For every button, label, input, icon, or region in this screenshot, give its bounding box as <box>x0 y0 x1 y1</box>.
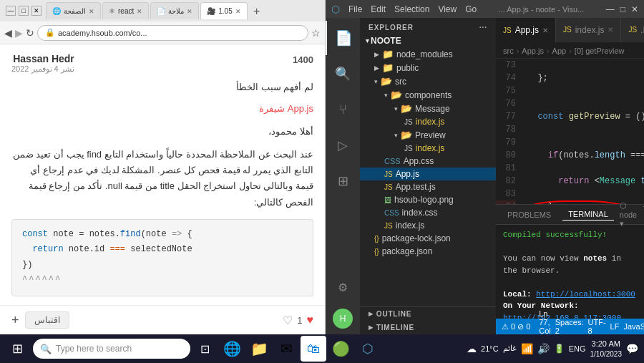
tab-close-appjs[interactable]: ✕ <box>542 26 548 34</box>
start-button[interactable]: ⊞ <box>3 334 31 363</box>
menu-go[interactable]: Go <box>465 4 477 14</box>
search-bar[interactable]: 🔍 Type here to search <box>33 339 190 359</box>
post-body: لم أفهم سبب الخطأ App.js شيفرة أهلا محمو… <box>11 79 313 305</box>
tree-item-preview-index[interactable]: JS index.js <box>360 142 496 155</box>
taskbar-icon-folder[interactable]: 📁 <box>246 336 272 362</box>
browser-tab-2[interactable]: ⚛react✕ <box>102 2 149 19</box>
outline-header[interactable]: ▶ OUTLINE <box>360 307 496 321</box>
address-input[interactable]: 🔒 academy.hsoub.com/co... <box>37 25 308 41</box>
tree-root[interactable]: ▾ NOOTE <box>360 34 496 47</box>
win-min[interactable]: — <box>606 4 615 14</box>
quote-button[interactable]: اقتباس <box>25 311 69 329</box>
file-reference: App.js شيفرة <box>11 101 313 117</box>
taskbar-icon-store[interactable]: 🛍 <box>301 336 326 362</box>
tree-item-package[interactable]: {} package.json <box>360 245 496 258</box>
problems-tab[interactable]: PROBLEMS <box>502 209 557 221</box>
minimize-btn[interactable]: — <box>6 6 16 16</box>
tree-item-message-folder[interactable]: ▾ 📂 Message <box>360 102 496 115</box>
system-tray: ☁ 21°C غائم 📶 🔊 🔋 ENG 3:20 AM 1/10/2023 … <box>464 339 641 358</box>
tree-item-node_modules[interactable]: ▶ 📁 node_modules <box>360 47 496 61</box>
breadcrumb-getpreview[interactable]: [0] getPreview <box>575 47 625 55</box>
tab-close-1[interactable]: ✕ <box>89 8 94 15</box>
menu-file[interactable]: File <box>348 4 362 14</box>
author-name: Hassan Hedr <box>11 53 74 64</box>
explorer-dots[interactable]: ··· <box>479 24 487 32</box>
code-line-4: ^^^^^^ <box>22 273 303 289</box>
taskbar-icon-vscode[interactable]: ⬡ <box>355 336 381 362</box>
breadcrumb-src[interactable]: src <box>503 47 514 55</box>
editor-tab-appjs[interactable]: JS App.js ✕ <box>496 18 556 42</box>
notifications-icon[interactable]: 💬 <box>626 343 638 354</box>
tree-item-public[interactable]: ▶ 📁 public <box>360 61 496 74</box>
tree-item-indexjs[interactable]: JS index.js <box>360 219 496 232</box>
activity-search[interactable]: 🔍 <box>326 57 360 91</box>
new-tab-btn[interactable]: + <box>249 4 265 19</box>
like-button[interactable]: ♥ <box>307 314 314 326</box>
menu-view[interactable]: View <box>438 4 457 14</box>
status-spaces[interactable]: Spaces: 2 <box>555 318 584 334</box>
taskbar-icon-chrome[interactable]: 🟢 <box>328 336 353 362</box>
activity-debug[interactable]: ▷ <box>326 128 360 163</box>
activity-git[interactable]: ⑂ <box>326 92 360 127</box>
network-icon[interactable]: 📶 <box>521 343 533 354</box>
editor-tab-indexjs[interactable]: JS index.js ✕ <box>556 18 621 42</box>
tab-close-4[interactable]: ✕ <box>235 8 241 15</box>
status-language[interactable]: JavaScript <box>623 322 644 331</box>
blog-actions: ♥ 1 ♡ اقتباس + <box>0 305 325 334</box>
weather-text: غائم <box>503 344 517 353</box>
taskbar-icon-mail[interactable]: ✉ <box>273 336 299 362</box>
win-close[interactable]: ✕ <box>631 4 638 14</box>
restore-btn[interactable]: □ <box>19 6 29 16</box>
like-count: 1 <box>297 315 302 326</box>
code-editor: 73747576 77787980 818283 84 85 868788899… <box>496 59 644 204</box>
terminal-tab[interactable]: TERMINAL <box>562 208 614 221</box>
back-btn[interactable]: ◀ <box>4 27 12 39</box>
menu-selection[interactable]: Selection <box>394 4 429 14</box>
tree-item-message-index[interactable]: JS index.js <box>360 115 496 128</box>
lang-indicator[interactable]: ENG <box>569 344 586 353</box>
activity-settings[interactable]: ⚙ <box>326 270 360 304</box>
tree-item-appjs[interactable]: JS App.js <box>360 168 496 180</box>
timeline-header[interactable]: ▶ TIMELINE <box>360 321 496 334</box>
status-eol[interactable]: LF <box>610 322 620 331</box>
activity-explorer[interactable]: 📄 <box>326 21 360 55</box>
code-line-2: return note.id === selectedNote <box>22 242 303 258</box>
sound-icon[interactable]: 🔊 <box>537 343 550 354</box>
tab-close-2[interactable]: ✕ <box>137 8 142 15</box>
taskbar-view-btn[interactable]: ⊡ <box>192 336 218 362</box>
blog-header: 1400 Hassan Hedr نشر 4 نوفمبر 2022 <box>11 53 313 74</box>
status-encoding[interactable]: UTF-8 <box>588 318 606 334</box>
user-avatar[interactable]: H <box>333 309 353 329</box>
tree-item-indexcss[interactable]: CSS index.css <box>360 206 496 219</box>
browser-tab-4[interactable]: 🎥1.05✕ <box>200 2 247 19</box>
browser-tab-3[interactable]: 📄ملاحة✕ <box>150 2 199 19</box>
clock[interactable]: 3:20 AM 1/10/2023 <box>590 339 623 358</box>
status-line[interactable]: Ln 77, Col 26 <box>539 309 551 334</box>
tab-close-3[interactable]: ✕ <box>187 8 192 15</box>
tree-item-package-lock[interactable]: {} package-lock.json <box>360 232 496 245</box>
bookmark-btn[interactable]: ☆ <box>311 27 321 39</box>
tree-item-logo[interactable]: 🖼 hsoub-logo.png <box>360 193 496 206</box>
win-max[interactable]: □ <box>620 4 625 14</box>
status-errors[interactable]: ⚠ 0 ⊘ 0 <box>502 322 530 331</box>
breadcrumb-appjs[interactable]: App.js <box>522 47 544 55</box>
close-btn[interactable]: ✕ <box>31 6 42 16</box>
add-button[interactable]: + <box>11 313 19 328</box>
tab-close-indexjs[interactable]: ✕ <box>608 26 613 34</box>
browser-tab-1[interactable]: 🌐الصفحة✕ <box>46 2 101 19</box>
tree-item-apptestjs[interactable]: JS App.test.js <box>360 180 496 193</box>
refresh-btn[interactable]: ↻ <box>26 27 34 39</box>
activity-extensions[interactable]: ⊞ <box>326 164 360 198</box>
editor-tab-message[interactable]: JS .Message ✕ <box>621 18 644 42</box>
tree-item-preview-folder[interactable]: ▾ 📂 Preview <box>360 128 496 142</box>
forward-btn[interactable]: ▶ <box>15 27 23 39</box>
dislike-button[interactable]: ♡ <box>283 314 293 327</box>
taskbar-icon-edge[interactable]: 🌐 <box>219 336 245 362</box>
tree-item-src[interactable]: ▾ 📂 src <box>360 74 496 88</box>
file-ref-text: App.js شيفرة <box>259 103 313 114</box>
tree-item-components[interactable]: ▾ 📂 components <box>360 88 496 102</box>
breadcrumb-app[interactable]: App <box>552 47 567 55</box>
tree-item-appcss[interactable]: CSS App.css <box>360 155 496 168</box>
terminal-line-2 <box>503 241 637 253</box>
menu-edit[interactable]: Edit <box>371 4 386 14</box>
